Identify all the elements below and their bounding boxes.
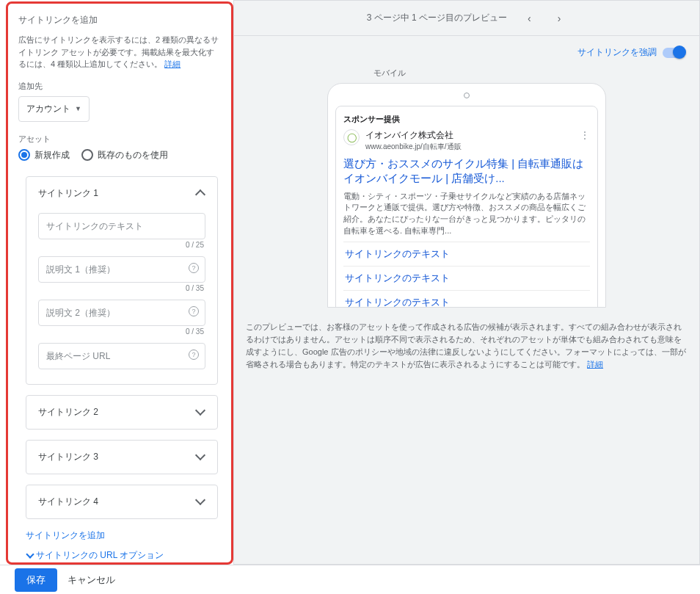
emphasis-label: サイトリンクを強調 — [577, 46, 657, 59]
add-sitelink-link[interactable]: サイトリンクを追加 — [26, 529, 221, 542]
sitelink-card-2: サイトリンク 2 — [26, 395, 218, 430]
sitelink-preview-item[interactable]: サイトリンクのテキスト — [343, 291, 590, 308]
desc2-input-wrap: ? — [38, 300, 205, 326]
sitelink-1-header[interactable]: サイトリンク 1 — [26, 177, 217, 210]
sitelink-text-input[interactable] — [46, 221, 197, 231]
kebab-menu-icon[interactable]: ⋮ — [580, 129, 590, 141]
chevron-down-icon — [26, 551, 33, 559]
radio-existing[interactable]: 既存のものを使用 — [81, 149, 168, 162]
add-to-label: 追加先 — [18, 81, 221, 92]
sitelink-card-4: サイトリンク 4 — [26, 485, 218, 519]
emphasis-toggle[interactable] — [663, 48, 685, 58]
preview-disclaimer: このプレビューでは、お客様のアセットを使って作成される広告の候補が表示されます。… — [234, 321, 699, 371]
sponsor-label: スポンサー提供 — [343, 114, 590, 125]
radio-new[interactable]: 新規作成 — [18, 149, 70, 162]
disclaimer-details-link[interactable]: 詳細 — [587, 360, 603, 369]
desc1-input-wrap: ? — [38, 256, 205, 283]
cancel-button[interactable]: キャンセル — [68, 573, 115, 587]
desc2-input[interactable] — [46, 308, 197, 318]
desc1-counter: 0 / 35 — [38, 284, 204, 292]
chevron-down-icon — [195, 452, 205, 462]
preview-panel: 3 ページ中 1 ページ目のプレビュー ‹ › サイトリンクを強調 モバイル ス… — [233, 0, 700, 565]
panel-heading: サイトリンクを追加 — [18, 14, 221, 26]
help-icon[interactable]: ? — [189, 306, 199, 316]
radio-unchecked-icon — [81, 149, 93, 161]
sitelink-preview-item[interactable]: サイトリンクのテキスト — [343, 267, 590, 291]
preview-next-button[interactable]: › — [552, 10, 567, 27]
sitelink-preview-list: サイトリンクのテキスト サイトリンクのテキスト サイトリンクのテキスト サイトリ… — [343, 242, 590, 308]
final-url-input[interactable] — [46, 351, 197, 361]
sitelink-preview-item[interactable]: サイトリンクのテキスト — [343, 242, 590, 267]
url-options-link[interactable]: サイトリンクの URL オプション — [26, 549, 221, 562]
brand-icon: ◯ — [343, 129, 360, 145]
preview-title: 3 ページ中 1 ページ目のプレビュー — [367, 12, 507, 24]
sitelink-2-header[interactable]: サイトリンク 2 — [26, 396, 217, 429]
add-to-dropdown[interactable]: アカウント ▼ — [18, 96, 90, 122]
footer-bar: 保存 キャンセル — [0, 565, 700, 594]
final-url-input-wrap: ? — [38, 343, 205, 369]
brand-name: イオンバイク株式会社 — [365, 129, 462, 142]
chevron-down-icon — [195, 496, 205, 507]
preview-prev-button[interactable]: ‹ — [522, 10, 537, 27]
sitelink-form-panel: サイトリンクを追加 広告にサイトリンクを表示するには、2 種類の異なるサイトリン… — [6, 1, 233, 565]
intro-details-link[interactable]: 詳細 — [164, 59, 181, 68]
intro-text: 広告にサイトリンクを表示するには、2 種類の異なるサイトリンク アセットが必要で… — [18, 34, 221, 70]
asset-label: アセット — [18, 134, 221, 145]
save-button[interactable]: 保存 — [15, 568, 57, 592]
phone-notch-icon — [464, 93, 470, 98]
sitelink-card-3: サイトリンク 3 — [26, 440, 218, 474]
desc2-counter: 0 / 35 — [38, 327, 204, 336]
mobile-label: モバイル — [373, 68, 699, 79]
sitelink-3-header[interactable]: サイトリンク 3 — [26, 441, 217, 474]
sitelink-text-counter: 0 / 25 — [38, 241, 204, 249]
chevron-down-icon — [195, 407, 205, 417]
sitelink-card-1: サイトリンク 1 0 / 25 ? 0 / 35 — [26, 176, 218, 385]
caret-down-icon: ▼ — [75, 105, 81, 112]
chevron-up-icon — [195, 188, 205, 198]
ad-title: 選び方・おススメのサイクル特集 | 自転車通販はイオンバイクモール | 店舗受け… — [343, 156, 590, 186]
help-icon[interactable]: ? — [189, 349, 199, 360]
add-to-value: アカウント — [26, 103, 70, 115]
ad-preview-card: スポンサー提供 ◯ イオンバイク株式会社 www.aeonbike.jp/自転車… — [335, 106, 598, 308]
brand-url: www.aeonbike.jp/自転車/通販 — [365, 142, 462, 152]
desc1-input[interactable] — [46, 264, 197, 275]
sitelink-4-header[interactable]: サイトリンク 4 — [26, 485, 217, 518]
phone-preview: スポンサー提供 ◯ イオンバイク株式会社 www.aeonbike.jp/自転車… — [327, 83, 606, 308]
ad-description: 電動・シティ・スポーツ・子乗せサイクルなど実績のある店舗ネットワークと通販で提供… — [343, 191, 590, 238]
help-icon[interactable]: ? — [189, 263, 199, 273]
sitelink-text-input-wrap — [38, 213, 205, 239]
radio-checked-icon — [18, 149, 30, 161]
